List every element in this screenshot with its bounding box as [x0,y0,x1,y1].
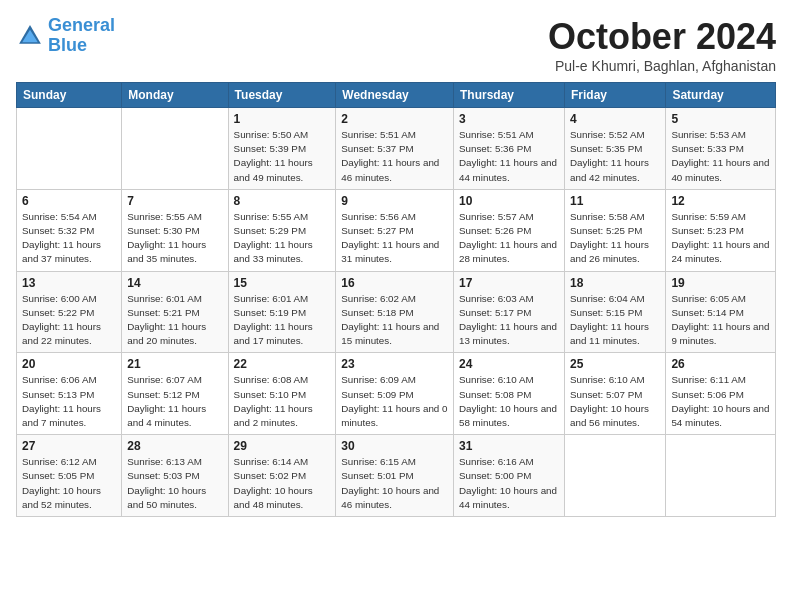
day-info: Sunrise: 5:55 AMSunset: 5:30 PMDaylight:… [127,210,222,267]
calendar-cell: 1Sunrise: 5:50 AMSunset: 5:39 PMDaylight… [228,108,336,190]
calendar-cell: 19Sunrise: 6:05 AMSunset: 5:14 PMDayligh… [666,271,776,353]
day-number: 18 [570,276,660,290]
day-info: Sunrise: 6:10 AMSunset: 5:07 PMDaylight:… [570,373,660,430]
calendar-cell: 28Sunrise: 6:13 AMSunset: 5:03 PMDayligh… [122,435,228,517]
day-number: 27 [22,439,116,453]
logo-line2: Blue [48,35,87,55]
day-info: Sunrise: 6:03 AMSunset: 5:17 PMDaylight:… [459,292,559,349]
logo-text: General Blue [48,16,115,56]
calendar-cell: 11Sunrise: 5:58 AMSunset: 5:25 PMDayligh… [565,189,666,271]
day-number: 15 [234,276,331,290]
day-number: 20 [22,357,116,371]
day-info: Sunrise: 6:01 AMSunset: 5:21 PMDaylight:… [127,292,222,349]
logo-icon [16,22,44,50]
day-number: 16 [341,276,448,290]
day-info: Sunrise: 6:07 AMSunset: 5:12 PMDaylight:… [127,373,222,430]
calendar-week-4: 20Sunrise: 6:06 AMSunset: 5:13 PMDayligh… [17,353,776,435]
day-info: Sunrise: 6:08 AMSunset: 5:10 PMDaylight:… [234,373,331,430]
calendar-cell: 13Sunrise: 6:00 AMSunset: 5:22 PMDayligh… [17,271,122,353]
calendar-cell: 2Sunrise: 5:51 AMSunset: 5:37 PMDaylight… [336,108,454,190]
day-info: Sunrise: 5:59 AMSunset: 5:23 PMDaylight:… [671,210,770,267]
location-subtitle: Pul-e Khumri, Baghlan, Afghanistan [548,58,776,74]
calendar-cell: 15Sunrise: 6:01 AMSunset: 5:19 PMDayligh… [228,271,336,353]
day-info: Sunrise: 6:11 AMSunset: 5:06 PMDaylight:… [671,373,770,430]
day-number: 28 [127,439,222,453]
calendar-cell [122,108,228,190]
calendar-cell: 7Sunrise: 5:55 AMSunset: 5:30 PMDaylight… [122,189,228,271]
day-number: 29 [234,439,331,453]
day-number: 11 [570,194,660,208]
calendar-cell: 18Sunrise: 6:04 AMSunset: 5:15 PMDayligh… [565,271,666,353]
weekday-header-saturday: Saturday [666,83,776,108]
calendar-cell: 31Sunrise: 6:16 AMSunset: 5:00 PMDayligh… [453,435,564,517]
day-info: Sunrise: 6:15 AMSunset: 5:01 PMDaylight:… [341,455,448,512]
calendar-cell: 9Sunrise: 5:56 AMSunset: 5:27 PMDaylight… [336,189,454,271]
day-number: 9 [341,194,448,208]
day-info: Sunrise: 5:56 AMSunset: 5:27 PMDaylight:… [341,210,448,267]
day-info: Sunrise: 5:55 AMSunset: 5:29 PMDaylight:… [234,210,331,267]
calendar-table: SundayMondayTuesdayWednesdayThursdayFrid… [16,82,776,517]
calendar-cell: 23Sunrise: 6:09 AMSunset: 5:09 PMDayligh… [336,353,454,435]
calendar-cell: 5Sunrise: 5:53 AMSunset: 5:33 PMDaylight… [666,108,776,190]
day-info: Sunrise: 5:51 AMSunset: 5:37 PMDaylight:… [341,128,448,185]
calendar-cell: 4Sunrise: 5:52 AMSunset: 5:35 PMDaylight… [565,108,666,190]
calendar-cell: 21Sunrise: 6:07 AMSunset: 5:12 PMDayligh… [122,353,228,435]
calendar-week-2: 6Sunrise: 5:54 AMSunset: 5:32 PMDaylight… [17,189,776,271]
weekday-header-row: SundayMondayTuesdayWednesdayThursdayFrid… [17,83,776,108]
calendar-week-5: 27Sunrise: 6:12 AMSunset: 5:05 PMDayligh… [17,435,776,517]
day-info: Sunrise: 5:52 AMSunset: 5:35 PMDaylight:… [570,128,660,185]
day-number: 14 [127,276,222,290]
day-info: Sunrise: 5:53 AMSunset: 5:33 PMDaylight:… [671,128,770,185]
day-number: 12 [671,194,770,208]
page-header: General Blue October 2024 Pul-e Khumri, … [16,16,776,74]
calendar-cell: 14Sunrise: 6:01 AMSunset: 5:21 PMDayligh… [122,271,228,353]
day-number: 4 [570,112,660,126]
day-info: Sunrise: 6:02 AMSunset: 5:18 PMDaylight:… [341,292,448,349]
calendar-cell [565,435,666,517]
calendar-cell: 24Sunrise: 6:10 AMSunset: 5:08 PMDayligh… [453,353,564,435]
calendar-cell: 25Sunrise: 6:10 AMSunset: 5:07 PMDayligh… [565,353,666,435]
day-info: Sunrise: 6:16 AMSunset: 5:00 PMDaylight:… [459,455,559,512]
title-block: October 2024 Pul-e Khumri, Baghlan, Afgh… [548,16,776,74]
day-number: 7 [127,194,222,208]
calendar-cell: 26Sunrise: 6:11 AMSunset: 5:06 PMDayligh… [666,353,776,435]
weekday-header-sunday: Sunday [17,83,122,108]
calendar-week-1: 1Sunrise: 5:50 AMSunset: 5:39 PMDaylight… [17,108,776,190]
weekday-header-wednesday: Wednesday [336,83,454,108]
calendar-cell: 10Sunrise: 5:57 AMSunset: 5:26 PMDayligh… [453,189,564,271]
day-info: Sunrise: 6:12 AMSunset: 5:05 PMDaylight:… [22,455,116,512]
day-info: Sunrise: 6:06 AMSunset: 5:13 PMDaylight:… [22,373,116,430]
day-info: Sunrise: 5:57 AMSunset: 5:26 PMDaylight:… [459,210,559,267]
day-number: 17 [459,276,559,290]
logo-line1: General [48,15,115,35]
weekday-header-tuesday: Tuesday [228,83,336,108]
day-number: 31 [459,439,559,453]
calendar-week-3: 13Sunrise: 6:00 AMSunset: 5:22 PMDayligh… [17,271,776,353]
day-number: 26 [671,357,770,371]
day-info: Sunrise: 5:50 AMSunset: 5:39 PMDaylight:… [234,128,331,185]
calendar-cell: 17Sunrise: 6:03 AMSunset: 5:17 PMDayligh… [453,271,564,353]
day-number: 23 [341,357,448,371]
day-number: 8 [234,194,331,208]
day-number: 24 [459,357,559,371]
day-info: Sunrise: 6:00 AMSunset: 5:22 PMDaylight:… [22,292,116,349]
day-info: Sunrise: 6:04 AMSunset: 5:15 PMDaylight:… [570,292,660,349]
day-number: 30 [341,439,448,453]
calendar-cell: 20Sunrise: 6:06 AMSunset: 5:13 PMDayligh… [17,353,122,435]
calendar-cell: 6Sunrise: 5:54 AMSunset: 5:32 PMDaylight… [17,189,122,271]
calendar-cell: 12Sunrise: 5:59 AMSunset: 5:23 PMDayligh… [666,189,776,271]
logo: General Blue [16,16,115,56]
day-info: Sunrise: 6:14 AMSunset: 5:02 PMDaylight:… [234,455,331,512]
calendar-cell [17,108,122,190]
calendar-cell: 27Sunrise: 6:12 AMSunset: 5:05 PMDayligh… [17,435,122,517]
calendar-cell: 22Sunrise: 6:08 AMSunset: 5:10 PMDayligh… [228,353,336,435]
day-number: 6 [22,194,116,208]
day-number: 13 [22,276,116,290]
day-number: 1 [234,112,331,126]
month-title: October 2024 [548,16,776,58]
day-info: Sunrise: 6:01 AMSunset: 5:19 PMDaylight:… [234,292,331,349]
day-number: 22 [234,357,331,371]
day-number: 5 [671,112,770,126]
day-info: Sunrise: 5:51 AMSunset: 5:36 PMDaylight:… [459,128,559,185]
day-info: Sunrise: 6:13 AMSunset: 5:03 PMDaylight:… [127,455,222,512]
